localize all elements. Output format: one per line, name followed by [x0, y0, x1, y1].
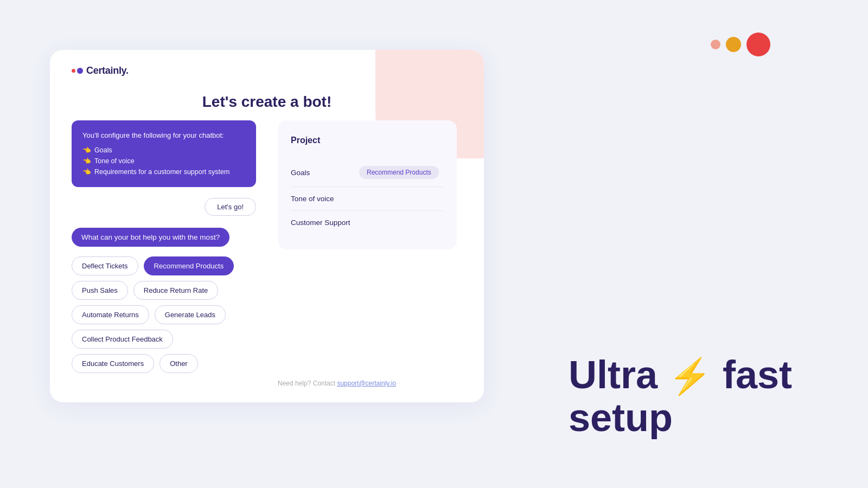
main-card: Certainly. Let's create a bot! You'll co… [50, 50, 484, 402]
info-icon-3: 👈 [82, 166, 91, 177]
project-row-tone: Tone of voice [291, 187, 444, 211]
info-box-item-2: 👈 Tone of voice [82, 156, 245, 166]
option-push-sales[interactable]: Push Sales [72, 281, 128, 300]
tagline-lightning-icon: ⚡ [668, 357, 712, 396]
project-row-goals: Goals Recommend Products [291, 158, 444, 187]
option-collect-feedback[interactable]: Collect Product Feedback [72, 330, 173, 349]
right-panel: Project Goals Recommend Products Tone of… [278, 120, 457, 249]
circle-medium [726, 37, 741, 52]
decorative-circles [711, 33, 770, 56]
option-reduce-return-rate[interactable]: Reduce Return Rate [133, 281, 219, 300]
option-other[interactable]: Other [159, 354, 198, 373]
info-box-item-1: 👈 Goals [82, 145, 245, 156]
option-educate-customers[interactable]: Educate Customers [72, 354, 154, 373]
info-label-2: Tone of voice [94, 156, 135, 166]
project-title: Project [291, 136, 444, 145]
info-icon-2: 👈 [82, 156, 91, 166]
options-grid: Deflect Tickets Recommend Products Push … [72, 256, 256, 373]
help-text: Need help? Contact support@certainly.io [278, 380, 396, 387]
project-card: Project Goals Recommend Products Tone of… [278, 120, 457, 249]
tagline-pre: Ultra [569, 353, 668, 396]
question-label: What can your bot help you with the most… [72, 228, 229, 247]
info-icon-1: 👈 [82, 145, 91, 156]
logo: Certainly. [72, 65, 129, 76]
option-recommend-products[interactable]: Recommend Products [144, 256, 234, 275]
project-goals-value: Recommend Products [359, 166, 439, 179]
tagline: Ultra ⚡ fast setup [569, 354, 792, 439]
logo-dot-purple [77, 68, 83, 74]
info-box-intro: You'll configure the following for your … [82, 130, 245, 142]
project-goals-label: Goals [291, 169, 350, 177]
info-box: You'll configure the following for your … [72, 120, 256, 187]
logo-dot-red [72, 69, 75, 73]
info-box-item-3: 👈 Requirements for a customer support sy… [82, 166, 245, 177]
option-generate-leads[interactable]: Generate Leads [155, 305, 226, 324]
help-prefix: Need help? Contact [278, 380, 337, 387]
option-deflect-tickets[interactable]: Deflect Tickets [72, 256, 138, 275]
project-row-support: Customer Support [291, 211, 444, 234]
option-automate-returns[interactable]: Automate Returns [72, 305, 149, 324]
info-label-3: Requirements for a customer support syst… [94, 166, 229, 177]
circle-small [711, 40, 720, 49]
project-tone-label: Tone of voice [291, 195, 350, 203]
lets-go-button[interactable]: Let's go! [205, 198, 256, 216]
logo-dots [72, 68, 83, 74]
circle-large [746, 33, 770, 56]
info-label-1: Goals [94, 145, 112, 156]
project-support-label: Customer Support [291, 219, 350, 227]
tagline-setup: setup [569, 396, 673, 439]
left-panel: You'll configure the following for your … [72, 120, 256, 373]
logo-text: Certainly. [86, 65, 129, 76]
tagline-fast: fast [712, 353, 792, 396]
help-link[interactable]: support@certainly.io [337, 380, 396, 387]
page-title: Let's create a bot! [50, 93, 484, 111]
